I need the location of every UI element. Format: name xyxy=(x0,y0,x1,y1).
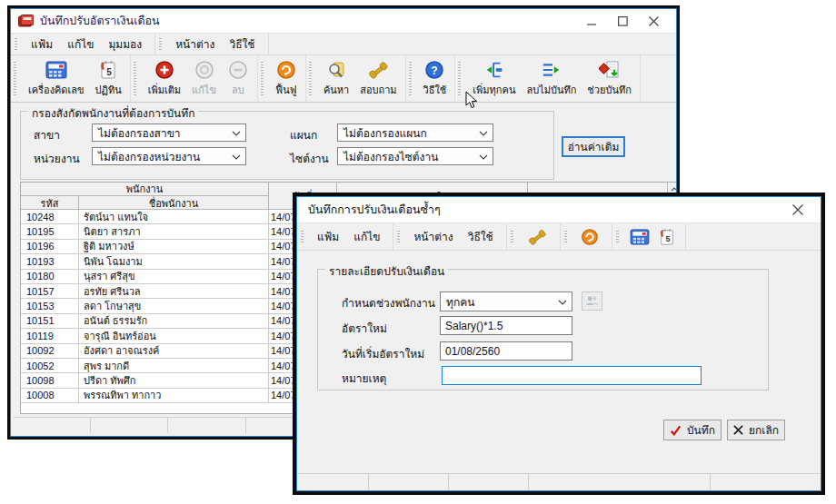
row-name: พรรณทิพา ทากาว xyxy=(79,389,269,402)
cancel-label: ยกเลิก xyxy=(749,421,779,439)
grip-handle xyxy=(564,231,567,243)
read-original-button[interactable]: อ่านค่าเดิม xyxy=(562,136,625,157)
row-name: นิพัน โฉมงาม xyxy=(79,254,269,268)
toolbar-button-label: ฟื้นฟู xyxy=(275,82,296,98)
main-window-title: บันทึกปรับอัตราเงินเดือน xyxy=(40,12,160,30)
dialog-refresh-group xyxy=(561,223,612,250)
row-code: 10195 xyxy=(21,224,79,238)
save-button[interactable]: บันทึก xyxy=(663,420,722,440)
help-icon: ? xyxy=(423,60,445,80)
menu-edit[interactable]: แก้ไข xyxy=(60,34,101,54)
calculator-icon xyxy=(45,60,67,80)
row-name: รัตน์นา แทนใจ xyxy=(79,210,269,223)
phone-icon xyxy=(527,228,547,246)
toolbar-group-edit: เพิ่มเติม แก้ไข ลบ xyxy=(131,55,258,102)
close-button[interactable] xyxy=(638,11,669,31)
toolbar-button-label: แก้ไข xyxy=(192,82,216,98)
calendar-button[interactable]: 5 xyxy=(654,228,680,246)
chevron-down-icon xyxy=(479,131,488,136)
toolbar-group-refresh: ฟื้นฟู xyxy=(258,55,306,102)
status-segment xyxy=(91,418,168,433)
dialog-close-button[interactable] xyxy=(782,200,813,220)
maximize-button[interactable] xyxy=(607,11,638,31)
calendar-icon: 5 xyxy=(97,60,119,80)
site-label: ไซต์งาน xyxy=(290,150,329,167)
cancel-button[interactable]: ยกเลิก xyxy=(727,420,785,440)
chevron-down-icon xyxy=(479,154,488,160)
add-button[interactable]: เพิ่มเติม xyxy=(143,58,186,100)
row-code: 10157 xyxy=(21,284,79,298)
new-rate-input[interactable] xyxy=(440,316,572,335)
check-icon xyxy=(670,425,682,436)
menu-view[interactable]: มุมมอง xyxy=(101,34,149,54)
menu-group-window: หน้าต่าง วิธีใช้ xyxy=(155,34,268,54)
unit-label: หน่วยงาน xyxy=(34,150,80,167)
menu-window[interactable]: หน้าต่าง xyxy=(168,34,222,54)
site-combobox[interactable]: ไม่ต้องกรองไซต์งาน xyxy=(337,147,493,165)
grip-handle xyxy=(511,231,513,243)
row-code: 10008 xyxy=(21,389,79,402)
mouse-cursor xyxy=(465,91,478,110)
svg-text:?: ? xyxy=(432,64,438,76)
menu-file[interactable]: แฟ้ม xyxy=(24,34,60,54)
dialog-titlebar: บันทึกการปรับเงินเดือนซ้ำๆ xyxy=(297,197,821,223)
new-rate-label: อัตราใหม่ xyxy=(342,320,387,337)
row-code: 10248 xyxy=(21,210,79,223)
row-code: 10180 xyxy=(21,270,79,283)
refresh-button[interactable]: ฟื้นฟู xyxy=(270,58,303,100)
toolbar-button-label: ช่วยบันทึก xyxy=(587,82,632,98)
x-icon xyxy=(733,425,743,435)
calculator-button[interactable]: เครื่องคิดเลข xyxy=(23,58,90,100)
filter-groupbox: กรองสังกัดพนักงานที่ต้องการบันทึก สาขา ไ… xyxy=(20,111,554,180)
dialog-toolbar: แฟ้ม แก้ไข หน้าต่าง วิธีใช้ 5 xyxy=(297,223,821,251)
inquire-button[interactable]: สอบถาม xyxy=(354,58,402,100)
dialog-menu-file[interactable]: แฟ้ม xyxy=(310,226,346,247)
read-original-label: อ่านค่าเดิม xyxy=(568,138,620,155)
refresh-circle-icon xyxy=(275,60,297,80)
app-icon xyxy=(18,15,34,28)
status-segment xyxy=(449,474,529,489)
row-code: 10119 xyxy=(21,329,79,342)
row-code: 10052 xyxy=(21,359,79,372)
note-label: หมายเหตุ xyxy=(342,370,386,387)
row-name: ฐิติ มหาวงษ์ xyxy=(79,240,269,253)
save-label: บันทึก xyxy=(687,421,715,439)
phone-icon xyxy=(367,60,389,80)
inquire-button[interactable] xyxy=(520,228,554,246)
toolbar-button-label: ลบไม่บันทึก xyxy=(526,82,576,98)
start-date-label: วันที่เริ่มอัตราใหม่ xyxy=(342,345,424,362)
dialog-tools-group: 5 xyxy=(612,223,686,250)
dialog-menu-window[interactable]: หน้าต่าง xyxy=(406,226,460,247)
main-menubar: แฟ้ม แก้ไข มุมมอง หน้าต่าง วิธีใช้ xyxy=(11,34,676,55)
search-icon xyxy=(325,60,347,80)
branch-combobox[interactable]: ไม่ต้องกรองสาขา xyxy=(92,124,246,142)
delete-unsaved-button[interactable]: ลบไม่บันทึก xyxy=(521,58,582,100)
refresh-button[interactable] xyxy=(573,228,606,246)
assist-save-button[interactable]: ช่วยบันทึก xyxy=(582,58,637,100)
row-name: นิตยา สารภา xyxy=(79,224,269,238)
start-date-input[interactable] xyxy=(440,341,572,361)
search-button[interactable]: ค้นหา xyxy=(318,58,354,100)
toolbar-button-label: ค้นหา xyxy=(323,82,349,98)
dept-combobox[interactable]: ไม่ต้องกรองแผนก xyxy=(337,124,493,142)
menu-help[interactable]: วิธีใช้ xyxy=(222,34,262,54)
dialog-title: บันทึกการปรับเงินเดือนซ้ำๆ xyxy=(308,201,441,219)
filter-legend: กรองสังกัดพนักงานที่ต้องการบันทึก xyxy=(28,104,198,122)
dialog-inquire-group xyxy=(507,223,561,250)
dialog-menu-edit[interactable]: แก้ไข xyxy=(346,226,387,247)
dept-label: แผนก xyxy=(290,126,317,143)
toolbar-button-label: สอบถาม xyxy=(360,82,396,98)
minimize-button[interactable] xyxy=(576,11,607,31)
assist-save-icon xyxy=(599,60,621,80)
dialog-menu-help[interactable]: วิธีใช้ xyxy=(461,226,501,247)
dialog-menu-group-file: แฟ้ม แก้ไข xyxy=(297,223,393,250)
help-button[interactable]: ? วิธีใช้ xyxy=(418,58,453,100)
note-input[interactable] xyxy=(442,366,702,385)
employee-range-combobox[interactable]: ทุกคน xyxy=(440,292,572,311)
row-name: ปรีดา ทัพศึก xyxy=(79,373,269,387)
calendar-button[interactable]: 5 ปฏิทิน xyxy=(90,58,127,100)
row-name: นุสรา ศรีสุข xyxy=(79,270,269,283)
unit-combobox[interactable]: ไม่ต้องกรองหน่วยงาน xyxy=(92,147,246,165)
calculator-button[interactable] xyxy=(625,229,654,245)
row-name: สุพร มากดี xyxy=(79,359,269,372)
